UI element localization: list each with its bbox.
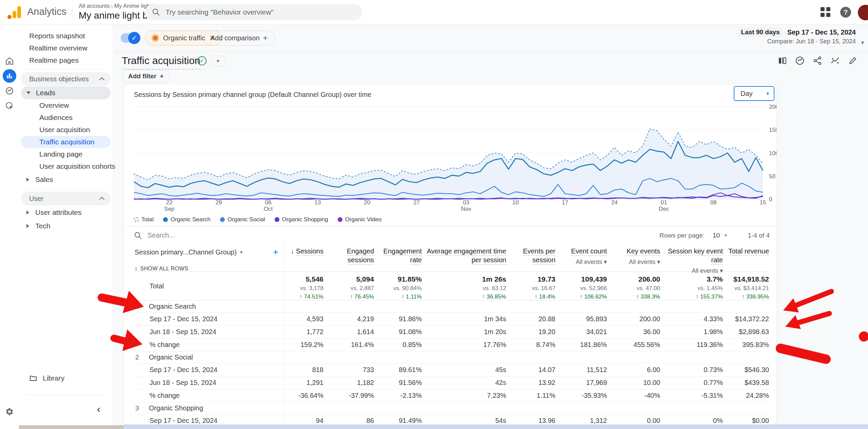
period-label: % change <box>134 339 283 351</box>
add-filter-button[interactable]: Add filter+ <box>122 70 170 83</box>
search-input[interactable] <box>165 8 355 16</box>
table-search-input[interactable] <box>147 231 317 239</box>
sidebar-item-realtime-overview[interactable]: Realtime overview <box>19 42 113 54</box>
help-icon[interactable]: ? <box>840 7 851 18</box>
apps-grid-icon[interactable] <box>821 7 831 17</box>
sidebar-item-library[interactable]: Library <box>19 371 64 385</box>
advertising-icon[interactable] <box>3 99 16 113</box>
value-cell: 0.00 <box>608 417 661 425</box>
sidebar-group-sales[interactable]: Sales <box>21 173 111 186</box>
legend-item-total[interactable]: Total <box>134 216 154 223</box>
chart-legend: TotalOrganic SearchOrganic SocialOrganic… <box>134 216 381 223</box>
sparkline-create-icon[interactable] <box>830 56 840 66</box>
insights-icon[interactable] <box>795 56 805 66</box>
sidebar-section-business-objectives[interactable]: Business objectives <box>21 72 111 86</box>
table-row[interactable]: % change-36.64%-37.99%-2.13%7.23%1.11%-3… <box>134 389 770 402</box>
add-comparison-button[interactable]: Add comparison+ <box>203 30 275 45</box>
date-range: Sep 17 - Dec 15, 2024 <box>787 28 856 36</box>
column-header-session-key-event-rate[interactable]: Session key event rateAll events ▾ <box>661 244 724 275</box>
column-header-key-events[interactable]: Key eventsAll events ▾ <box>608 244 661 266</box>
sidebar-item-realtime-pages[interactable]: Realtime pages <box>19 54 113 66</box>
column-filter[interactable]: All events ▾ <box>556 258 607 266</box>
reports-icon[interactable] <box>3 69 16 83</box>
row-number: 3 <box>134 405 149 412</box>
sidebar-item-overview[interactable]: Overview <box>21 99 111 111</box>
column-header-events-per-session[interactable]: Events per session <box>507 244 556 264</box>
channel-cell: 3Organic Shopping <box>134 402 283 414</box>
column-header-event-count[interactable]: Event countAll events ▾ <box>556 244 608 266</box>
column-header-engagement-rate[interactable]: Engagement rate <box>375 244 422 264</box>
table-header-row: Session primary...Channel Group)▾+↕SHOW … <box>134 244 770 272</box>
admin-gear-icon[interactable] <box>3 405 16 419</box>
sidebar-item-traffic-acquisition[interactable]: Traffic acquisition <box>21 136 111 148</box>
data-quality-icon[interactable]: ✓ <box>197 56 206 65</box>
collapse-sidebar-button[interactable]: ‹ <box>97 403 100 415</box>
table-row[interactable]: Sep 17 - Dec 15, 20244,5934,21991.86%1m … <box>134 313 770 326</box>
total-cell: $14,918.52vs. $3,414.21↑ 336.95% <box>724 272 770 300</box>
sidebar-group-tech[interactable]: Tech <box>21 220 111 232</box>
value-cell: 0% <box>661 417 724 425</box>
global-search[interactable] <box>145 4 362 20</box>
sidebar-item-audiences[interactable]: Audiences <box>21 111 111 124</box>
show-all-rows-button[interactable]: ↕SHOW ALL ROWS <box>135 266 278 272</box>
user-avatar[interactable] <box>858 5 868 20</box>
sidebar-group-leads[interactable]: Leads <box>21 86 111 99</box>
value-cell: 13.96 <box>507 417 556 425</box>
add-dimension-icon[interactable]: + <box>273 247 278 258</box>
chevron-down-icon[interactable]: ▾ <box>725 233 727 238</box>
column-filter[interactable]: All events ▾ <box>608 258 660 266</box>
column-header-average-engagement-time-per-session[interactable]: Average engagement time per session <box>422 244 507 264</box>
value-cell: 1m 34s <box>422 315 507 323</box>
sidebar-item-user-acquisition[interactable]: User acquisition <box>21 124 111 136</box>
table-row-group-organic-social[interactable]: 2Organic Social <box>134 351 770 364</box>
table-row-group-organic-shopping[interactable]: 3Organic Shopping <box>134 402 770 414</box>
comparison-panel-icon[interactable] <box>777 56 787 66</box>
share-icon[interactable] <box>812 56 823 66</box>
explore-icon[interactable] <box>3 84 16 98</box>
edit-pencil-icon[interactable] <box>848 56 858 66</box>
value-cell: $14,372.22 <box>724 315 770 323</box>
column-header-label: Average engagement time per session <box>422 247 506 264</box>
legend-item-organic-social[interactable]: Organic Social <box>220 216 265 223</box>
table-row[interactable]: Sep 17 - Dec 15, 202481873389.61%45s14.0… <box>134 364 770 376</box>
sidebar-item-landing-page[interactable]: Landing page <box>21 148 111 160</box>
chevron-down-icon: ▾ <box>766 90 769 97</box>
rows-per-page-value[interactable]: 10 <box>713 232 720 239</box>
sidebar-section-user[interactable]: User <box>21 192 111 205</box>
plus-icon: + <box>160 73 163 80</box>
svg-text:24: 24 <box>611 199 618 206</box>
value-cell: 95,893 <box>556 315 608 323</box>
dimension-selector[interactable]: Session primary...Channel Group)▾+ <box>135 247 278 258</box>
column-header-label: Total revenue <box>724 247 769 256</box>
table-row-group-organic-search[interactable]: 1Organic Search <box>134 301 770 313</box>
total-cell: 19.73vs. 16.67↑ 18.4% <box>507 272 556 300</box>
value-cell: $546.30 <box>724 366 770 374</box>
table-row[interactable]: Sep 17 - Dec 15, 2024948691.49%54s13.961… <box>134 414 770 425</box>
column-header-label: Engaged sessions <box>324 247 374 264</box>
row-number: 1 <box>134 303 149 310</box>
sidebar-item-user-acquisition-cohorts[interactable]: User acquisition cohorts <box>21 160 111 172</box>
show-all-rows-label: SHOW ALL ROWS <box>140 266 189 272</box>
date-range-picker[interactable]: Last 90 days Sep 17 - Dec 15, 2024 Compa… <box>738 28 856 45</box>
legend-item-organic-video[interactable]: Organic Video <box>338 216 381 223</box>
column-header-engaged-sessions[interactable]: Engaged sessions <box>324 244 375 264</box>
horizontal-scrollbar[interactable] <box>124 425 868 429</box>
legend-item-organic-search[interactable]: Organic Search <box>163 216 211 223</box>
granularity-select[interactable]: Day▾ <box>734 86 774 101</box>
value-cell: 17.76% <box>422 341 507 349</box>
sidebar-group-user-attributes[interactable]: User attributes <box>21 206 111 219</box>
column-header-total-revenue[interactable]: Total revenue <box>724 244 770 256</box>
home-icon[interactable] <box>3 54 16 68</box>
channel-name: Organic Social <box>149 353 193 361</box>
value-cell: -5.31% <box>661 392 724 400</box>
column-header-sessions[interactable]: ↓ Sessions <box>283 244 324 256</box>
table-row[interactable]: % change159.2%161.4%0.85%17.76%8.74%181.… <box>134 339 770 351</box>
sidebar-item-reports-snapshot[interactable]: Reports snapshot <box>19 30 113 42</box>
legend-dot-icon <box>220 217 225 222</box>
table-row[interactable]: Jun 18 - Sep 15, 20241,7721,61491.08%1m … <box>134 326 770 339</box>
comparison-bar: ✓ Organic traffic ✕ Add comparison+ Last… <box>113 24 868 52</box>
report-info-dropdown[interactable]: ▾ <box>210 56 226 66</box>
table-row[interactable]: Jun 18 - Sep 15, 20241,2911,18291.56%42s… <box>134 376 770 389</box>
legend-item-organic-shopping[interactable]: Organic Shopping <box>275 216 328 223</box>
comparison-toggle[interactable]: ✓ <box>121 33 140 43</box>
